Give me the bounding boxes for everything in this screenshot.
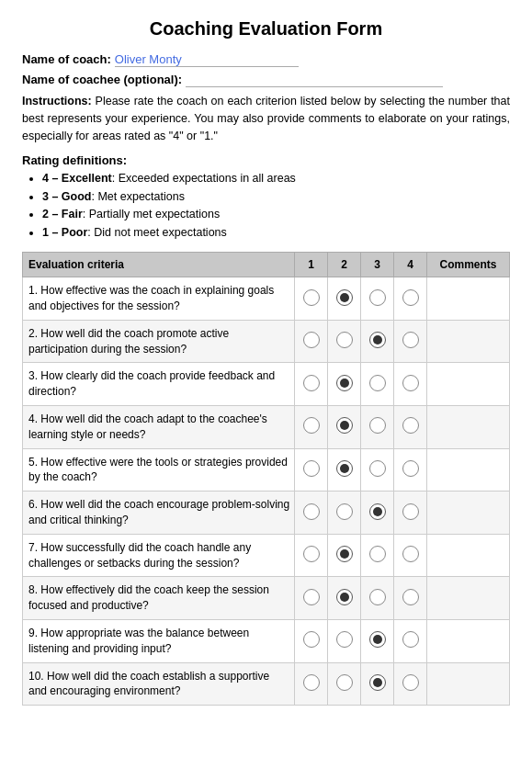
radio-row5-val1[interactable] xyxy=(303,503,320,520)
comment-cell-row1[interactable] xyxy=(427,320,510,363)
radio-cell-row7-val4[interactable] xyxy=(394,577,427,620)
rating-def-item: 1 – Poor: Did not meet expectations xyxy=(42,225,510,242)
radio-row9-val1[interactable] xyxy=(303,674,320,691)
radio-cell-row4-val3[interactable] xyxy=(361,448,394,491)
comment-cell-row4[interactable] xyxy=(427,448,510,491)
radio-row7-val3[interactable] xyxy=(369,589,386,605)
question-8: 9. How appropriate was the balance betwe… xyxy=(23,620,295,663)
radio-row8-val1[interactable] xyxy=(303,631,320,648)
radio-cell-row4-val1[interactable] xyxy=(295,448,328,491)
radio-row6-val2[interactable] xyxy=(336,546,353,562)
radio-cell-row8-val3[interactable] xyxy=(361,620,394,663)
radio-row0-val3[interactable] xyxy=(369,289,386,306)
radio-row4-val4[interactable] xyxy=(402,460,419,477)
radio-row3-val3[interactable] xyxy=(369,417,386,434)
radio-cell-row8-val2[interactable] xyxy=(328,620,361,663)
radio-cell-row3-val4[interactable] xyxy=(394,406,427,449)
radio-cell-row2-val1[interactable] xyxy=(295,363,328,406)
coachee-label: Name of coachee (optional): xyxy=(22,73,182,86)
comment-cell-row3[interactable] xyxy=(427,406,510,449)
comment-cell-row7[interactable] xyxy=(427,577,510,620)
radio-cell-row6-val4[interactable] xyxy=(394,534,427,577)
radio-cell-row1-val4[interactable] xyxy=(394,320,427,363)
radio-row2-val3[interactable] xyxy=(369,375,386,391)
radio-row6-val4[interactable] xyxy=(402,546,419,562)
radio-cell-row5-val2[interactable] xyxy=(328,491,361,535)
radio-cell-row4-val2[interactable] xyxy=(328,448,361,491)
radio-cell-row1-val1[interactable] xyxy=(295,320,328,363)
radio-cell-row5-val1[interactable] xyxy=(295,491,328,535)
comment-cell-row2[interactable] xyxy=(427,363,510,406)
radio-cell-row9-val1[interactable] xyxy=(295,662,328,706)
radio-row8-val2[interactable] xyxy=(336,631,353,648)
radio-cell-row8-val1[interactable] xyxy=(295,620,328,663)
radio-cell-row3-val2[interactable] xyxy=(328,406,361,449)
radio-row7-val2[interactable] xyxy=(336,589,353,605)
question-3: 4. How well did the coach adapt to the c… xyxy=(23,406,295,449)
radio-row6-val1[interactable] xyxy=(303,546,320,562)
radio-row0-val1[interactable] xyxy=(303,289,320,306)
radio-row2-val1[interactable] xyxy=(303,375,320,391)
radio-row3-val1[interactable] xyxy=(303,417,320,434)
radio-cell-row2-val2[interactable] xyxy=(328,363,361,406)
radio-row9-val4[interactable] xyxy=(402,674,419,691)
table-header-2: 2 xyxy=(328,253,361,277)
radio-row5-val2[interactable] xyxy=(336,503,353,520)
radio-cell-row2-val4[interactable] xyxy=(394,363,427,406)
radio-row6-val3[interactable] xyxy=(369,546,386,562)
radio-row1-val1[interactable] xyxy=(303,332,320,348)
radio-cell-row8-val4[interactable] xyxy=(394,620,427,663)
radio-cell-row3-val1[interactable] xyxy=(295,406,328,449)
radio-row9-val2[interactable] xyxy=(336,674,353,691)
radio-row4-val3[interactable] xyxy=(369,460,386,477)
radio-cell-row6-val1[interactable] xyxy=(295,534,328,577)
coachee-value[interactable] xyxy=(186,73,443,87)
comment-cell-row8[interactable] xyxy=(427,620,510,663)
radio-cell-row5-val4[interactable] xyxy=(394,491,427,535)
radio-cell-row1-val2[interactable] xyxy=(328,320,361,363)
table-row: 8. How effectively did the coach keep th… xyxy=(23,577,510,620)
radio-row7-val4[interactable] xyxy=(402,589,419,605)
radio-cell-row0-val2[interactable] xyxy=(328,277,361,321)
radio-cell-row5-val3[interactable] xyxy=(361,491,394,535)
radio-row8-val4[interactable] xyxy=(402,631,419,648)
radio-cell-row0-val4[interactable] xyxy=(394,277,427,321)
radio-row2-val4[interactable] xyxy=(402,375,419,391)
radio-row3-val4[interactable] xyxy=(402,417,419,434)
radio-cell-row7-val3[interactable] xyxy=(361,577,394,620)
radio-row1-val4[interactable] xyxy=(402,332,419,348)
radio-row8-val3[interactable] xyxy=(369,631,386,648)
radio-cell-row0-val3[interactable] xyxy=(361,277,394,321)
radio-row2-val2[interactable] xyxy=(336,375,353,391)
radio-cell-row9-val3[interactable] xyxy=(361,662,394,706)
coach-value: Oliver Monty xyxy=(115,52,299,67)
radio-row1-val3[interactable] xyxy=(369,332,386,348)
radio-row0-val4[interactable] xyxy=(402,289,419,306)
comment-cell-row9[interactable] xyxy=(427,662,510,706)
radio-cell-row6-val3[interactable] xyxy=(361,534,394,577)
radio-row3-val2[interactable] xyxy=(336,417,353,434)
radio-cell-row0-val1[interactable] xyxy=(295,277,328,321)
radio-cell-row6-val2[interactable] xyxy=(328,534,361,577)
question-9: 10. How well did the coach establish a s… xyxy=(23,662,295,706)
radio-row4-val2[interactable] xyxy=(336,460,353,477)
radio-row4-val1[interactable] xyxy=(303,460,320,477)
radio-cell-row7-val2[interactable] xyxy=(328,577,361,620)
radio-cell-row1-val3[interactable] xyxy=(361,320,394,363)
radio-row7-val1[interactable] xyxy=(303,589,320,605)
comment-cell-row6[interactable] xyxy=(427,534,510,577)
radio-row1-val2[interactable] xyxy=(336,332,353,348)
radio-cell-row9-val2[interactable] xyxy=(328,662,361,706)
radio-row0-val2[interactable] xyxy=(336,289,353,306)
radio-cell-row2-val3[interactable] xyxy=(361,363,394,406)
comment-cell-row0[interactable] xyxy=(427,277,510,321)
comment-cell-row5[interactable] xyxy=(427,491,510,535)
rating-def-item: 3 – Good: Met expectations xyxy=(42,189,510,206)
radio-cell-row4-val4[interactable] xyxy=(394,448,427,491)
radio-row5-val3[interactable] xyxy=(369,503,386,520)
radio-cell-row7-val1[interactable] xyxy=(295,577,328,620)
radio-cell-row9-val4[interactable] xyxy=(394,662,427,706)
radio-row5-val4[interactable] xyxy=(402,503,419,520)
radio-row9-val3[interactable] xyxy=(369,674,386,691)
radio-cell-row3-val3[interactable] xyxy=(361,406,394,449)
